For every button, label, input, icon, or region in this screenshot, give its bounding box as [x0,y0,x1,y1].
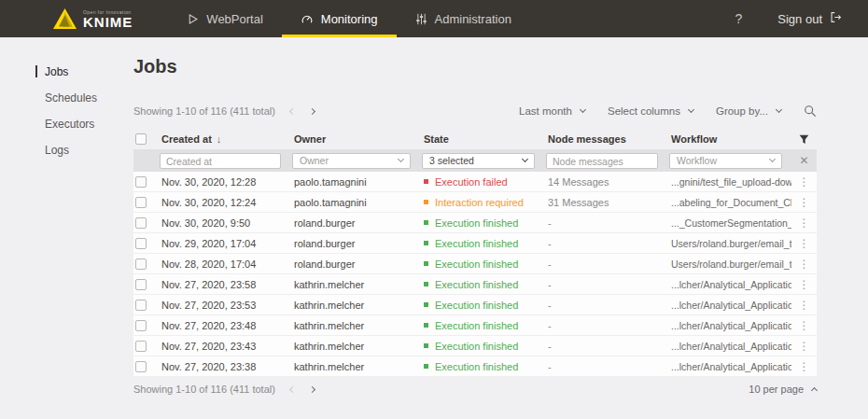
kebab-menu-icon[interactable]: ⋮ [799,218,810,228]
filter-funnel-button[interactable] [791,134,817,145]
nav-administration[interactable]: Administration [397,0,530,37]
filter-created-at-input[interactable] [160,153,281,169]
cell-workflow: Users/roland.burger/email_test/ [667,258,791,270]
cell-workflow: Users/roland.burger/email_test/ [667,238,791,249]
state-square-icon [424,261,428,266]
sidebar-item-executors[interactable]: Executors [0,113,133,135]
cell-node-messages: - [544,320,667,331]
footer-next-page-button[interactable] [310,387,315,392]
select-columns-dropdown[interactable]: Select columns [608,105,693,117]
cell-state: Execution failed [420,176,544,188]
group-by-dropdown[interactable]: Group by... [716,105,781,117]
row-checkbox[interactable] [135,279,147,290]
filter-owner-select[interactable]: Owner [292,153,411,169]
row-checkbox[interactable] [135,217,147,229]
state-square-icon [424,323,428,328]
row-checkbox[interactable] [135,341,147,352]
sidebar: Jobs Schedules Executors Logs [0,37,133,419]
filter-workflow-select[interactable]: Workflow [669,153,782,169]
row-checkbox[interactable] [135,361,147,372]
cell-state: Execution finished [420,217,544,229]
row-checkbox[interactable] [135,176,147,188]
nav-webportal[interactable]: WebPortal [168,0,281,37]
footer-prev-page-button[interactable] [290,387,295,392]
cell-owner: kathrin.melcher [290,300,420,311]
cell-created-at: Nov. 28, 2020, 17:04 [158,258,290,270]
sort-desc-icon: ↓ [217,133,222,145]
sidebar-item-schedules[interactable]: Schedules [0,87,133,109]
table-toolbar: Showing 1-10 of 116 (411 total) Last mon… [133,102,817,120]
table-row: Nov. 27, 2020, 23:48kathrin.melcherExecu… [133,315,817,336]
cell-workflow: ...lcher/Analytical_Application_Example/ [667,341,791,352]
nav-monitoring[interactable]: Monitoring [282,0,397,37]
state-label: Execution finished [435,258,518,270]
cell-owner: roland.burger [290,217,420,229]
cell-state: Execution finished [420,300,544,311]
table-body: Nov. 30, 2020, 12:28paolo.tamagniniExecu… [133,172,817,377]
state-label: Execution finished [435,361,518,372]
column-header-node-messages[interactable]: Node messages [544,133,667,145]
table-footer: Showing 1-10 of 116 (411 total) 10 per p… [133,384,817,395]
help-button[interactable]: ? [735,11,743,26]
filter-node-messages-input[interactable] [546,153,658,169]
per-page-selector[interactable]: 10 per page [749,384,817,395]
cell-created-at: Nov. 30, 2020, 12:24 [158,197,290,208]
search-icon[interactable] [804,105,817,118]
logout-icon [830,11,842,26]
sign-out-button[interactable]: Sign out [777,11,842,26]
cell-owner: kathrin.melcher [290,279,420,290]
column-header-workflow[interactable]: Workflow [667,133,791,145]
column-header-created-at[interactable]: Created at↓ [158,133,290,145]
filter-state-select[interactable]: 3 selected [422,153,535,169]
cell-workflow: ...abeling_for_Document_Classification/ [667,197,791,208]
knime-logo[interactable]: Open for Innovation KNIME [53,0,133,37]
state-square-icon [424,241,428,245]
row-checkbox[interactable] [135,197,147,208]
kebab-menu-icon[interactable]: ⋮ [799,280,810,289]
chevron-down-icon [580,105,586,112]
select-all-checkbox[interactable] [135,133,147,145]
prev-page-button[interactable] [290,109,295,114]
table-header-row: Created at↓ Owner State Node messages Wo… [133,129,817,149]
kebab-menu-icon[interactable]: ⋮ [799,177,810,187]
cell-node-messages: - [544,300,667,311]
cell-created-at: Nov. 27, 2020, 23:43 [158,341,290,352]
kebab-menu-icon[interactable]: ⋮ [799,300,810,310]
cell-created-at: Nov. 27, 2020, 23:38 [158,361,290,372]
kebab-menu-icon[interactable]: ⋮ [799,198,810,207]
kebab-menu-icon[interactable]: ⋮ [799,362,810,371]
play-outline-icon [187,13,199,25]
sidebar-item-logs[interactable]: Logs [0,139,133,161]
row-checkbox[interactable] [135,258,147,270]
state-square-icon [424,200,428,204]
clear-filters-icon[interactable]: ✕ [799,154,808,167]
column-header-owner[interactable]: Owner [290,133,420,145]
row-checkbox[interactable] [135,300,147,311]
kebab-menu-icon[interactable]: ⋮ [799,342,810,351]
chevron-down-icon [398,155,404,161]
kebab-menu-icon[interactable]: ⋮ [799,259,810,269]
row-checkbox[interactable] [135,238,147,249]
state-square-icon [424,364,428,369]
row-checkbox[interactable] [135,320,147,331]
logo-brand: KNIME [83,16,133,28]
cell-state: Execution finished [420,238,544,249]
column-header-state[interactable]: State [420,133,544,145]
sidebar-item-jobs[interactable]: Jobs [0,61,133,83]
date-range-dropdown[interactable]: Last month [519,105,585,117]
next-page-button[interactable] [310,109,315,114]
state-square-icon [424,343,428,348]
cell-created-at: Nov. 30, 2020, 12:28 [158,176,290,188]
cell-owner: kathrin.melcher [290,341,420,352]
state-label: Execution finished [435,217,518,229]
cell-owner: roland.burger [290,258,420,270]
cell-workflow: ...lcher/Analytical_Application_Example/ [667,300,791,311]
kebab-menu-icon[interactable]: ⋮ [799,321,810,330]
table-row: Nov. 29, 2020, 17:04roland.burgerExecuti… [133,233,817,254]
cell-created-at: Nov. 27, 2020, 23:58 [158,279,290,290]
state-square-icon [424,220,428,225]
page-title: Jobs [133,56,817,77]
cell-created-at: Nov. 27, 2020, 23:48 [158,320,290,331]
kebab-menu-icon[interactable]: ⋮ [799,239,810,248]
cell-owner: kathrin.melcher [290,361,420,372]
